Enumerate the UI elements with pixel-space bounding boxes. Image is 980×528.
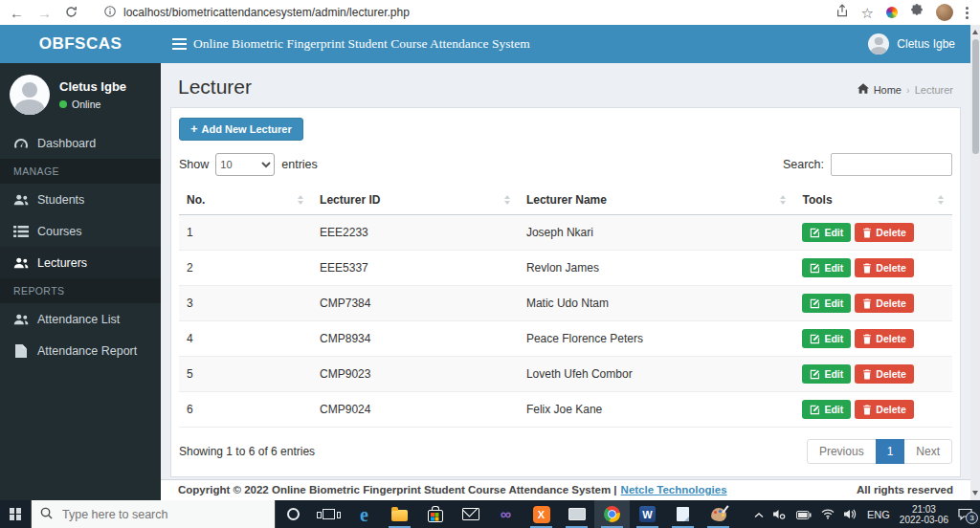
- sidebar-item-students[interactable]: Students: [0, 184, 161, 215]
- edit-button[interactable]: Edit: [802, 294, 851, 313]
- content-area: Lecturer Home › Lecturer + Add New Lectu…: [161, 63, 970, 500]
- column-header-no[interactable]: No.: [179, 186, 312, 215]
- row-number-cell: 5: [179, 357, 312, 392]
- taskbar-clock[interactable]: 21:03 2022-03-06: [900, 504, 948, 525]
- paint-icon-glyph: [711, 508, 726, 521]
- pagination-next-button[interactable]: Next: [903, 439, 952, 464]
- browser-toolbar: ← → localhost/biometricattendancesystem/…: [0, 0, 980, 25]
- volume-icon[interactable]: [844, 506, 858, 523]
- forward-icon[interactable]: →: [37, 6, 52, 20]
- users-icon: [13, 313, 29, 326]
- cortana-icon[interactable]: [276, 500, 311, 528]
- extension-colorwheel-icon[interactable]: [886, 7, 898, 18]
- user-avatar: [868, 33, 889, 55]
- sidebar-item-label: Students: [37, 193, 84, 207]
- lecturer-id-cell: CMP9023: [312, 357, 519, 392]
- delete-button[interactable]: Delete: [855, 364, 914, 384]
- lecturer-name-cell: Revlon James: [519, 251, 795, 286]
- book-icon[interactable]: [559, 500, 594, 528]
- back-icon[interactable]: ←: [10, 6, 24, 20]
- table-row: 2EEE5337Revlon JamesEditDelete: [179, 251, 952, 286]
- sidebar-item-attendance-list[interactable]: Attendance List: [0, 303, 161, 335]
- lecturer-id-cell: CMP7384: [312, 286, 519, 321]
- sidebar-item-lecturers[interactable]: Lecturers: [0, 247, 161, 278]
- netcle-link[interactable]: Netcle Technologies: [621, 484, 727, 495]
- edit-button[interactable]: Edit: [802, 223, 851, 242]
- pagination-page-1-button[interactable]: 1: [876, 439, 905, 464]
- sidebar-user-panel: Cletus Igbe Online: [0, 63, 161, 127]
- notepad-icon[interactable]: [665, 500, 701, 528]
- edge-icon[interactable]: e: [346, 500, 382, 528]
- windows-taskbar: e∞XW ENG 21:03 2022-03-06 3: [0, 500, 980, 528]
- taskbar-search-input[interactable]: [60, 507, 266, 522]
- site-info-icon[interactable]: [104, 6, 116, 20]
- browser-menu-icon[interactable]: [966, 7, 969, 19]
- reload-icon[interactable]: [65, 6, 78, 20]
- header-user-name: Cletus Igbe: [897, 37, 955, 51]
- column-header-tools[interactable]: Tools: [794, 186, 952, 215]
- row-number-cell: 4: [179, 321, 312, 357]
- sidebar-item-attendance-report[interactable]: Attendance Report: [0, 335, 161, 366]
- brand-logo[interactable]: OBFSCAS: [0, 34, 161, 54]
- sidebar-user-name: Cletus Igbe: [59, 79, 126, 94]
- edit-button[interactable]: Edit: [802, 400, 851, 419]
- row-number-cell: 2: [179, 251, 312, 286]
- language-indicator[interactable]: ENG: [867, 509, 890, 520]
- address-bar[interactable]: localhost/biometricattendancesystem/admi…: [91, 6, 822, 20]
- edit-button[interactable]: Edit: [802, 329, 851, 348]
- sidebar-item-dashboard[interactable]: Dashboard: [0, 127, 161, 159]
- xampp-icon-glyph: X: [533, 506, 550, 523]
- scrollbar-down-arrow[interactable]: [972, 491, 978, 495]
- delete-button[interactable]: Delete: [855, 258, 914, 277]
- explorer-icon-glyph: [391, 510, 408, 521]
- visualstudio-icon[interactable]: ∞: [488, 500, 523, 528]
- audio-device-icon[interactable]: [773, 506, 787, 523]
- bookmark-star-icon[interactable]: ☆: [861, 6, 874, 20]
- share-icon[interactable]: [835, 4, 849, 21]
- page-scrollbar[interactable]: [970, 25, 980, 500]
- action-center-icon[interactable]: 3: [958, 508, 972, 520]
- column-header-lecturer-name[interactable]: Lecturer Name: [519, 186, 795, 215]
- users-icon: [13, 193, 29, 207]
- table-controls: Show 10 entries Search:: [171, 141, 960, 186]
- delete-button[interactable]: Delete: [855, 294, 914, 313]
- scrollbar-up-arrow[interactable]: [972, 30, 978, 34]
- entries-select[interactable]: 10: [215, 153, 275, 176]
- taskview-icon[interactable]: [311, 500, 346, 528]
- add-new-lecturer-button[interactable]: + Add New Lecturer: [179, 118, 303, 141]
- store-icon[interactable]: [417, 500, 453, 528]
- pagination-previous-button[interactable]: Previous: [807, 439, 877, 464]
- table-search-input[interactable]: [831, 153, 952, 176]
- scrollbar-thumb[interactable]: [972, 39, 979, 154]
- sidebar-toggle-icon[interactable]: [172, 38, 187, 50]
- lecturer-id-cell: CMP9024: [312, 392, 519, 428]
- extensions-puzzle-icon[interactable]: [910, 4, 924, 21]
- delete-button[interactable]: Delete: [855, 329, 914, 348]
- battery-icon[interactable]: [796, 506, 812, 523]
- sort-icon: [780, 195, 786, 205]
- delete-button[interactable]: Delete: [855, 223, 914, 242]
- sidebar-item-courses[interactable]: Courses: [0, 215, 161, 247]
- paint-icon[interactable]: [701, 500, 736, 528]
- table-row: 6CMP9024Felix Joe KaneEditDelete: [179, 392, 952, 428]
- table-info: Showing 1 to 6 of 6 entries: [179, 445, 315, 458]
- explorer-icon[interactable]: [382, 500, 417, 528]
- wifi-icon[interactable]: [821, 506, 835, 523]
- xampp-icon[interactable]: X: [523, 500, 559, 528]
- lecturer-id-cell: EEE5337: [312, 251, 519, 286]
- mail-icon[interactable]: [453, 500, 488, 528]
- sidebar-section-reports: REPORTS: [0, 278, 161, 303]
- clock-time: 21:03: [900, 504, 948, 515]
- edit-button[interactable]: Edit: [802, 364, 851, 384]
- browser-profile-avatar[interactable]: [936, 4, 953, 21]
- edit-button[interactable]: Edit: [802, 258, 851, 277]
- breadcrumb-home[interactable]: Home: [874, 84, 902, 96]
- header-user-menu[interactable]: Cletus Igbe: [868, 33, 955, 55]
- column-header-lecturer-id[interactable]: Lecturer ID: [312, 186, 519, 215]
- delete-button[interactable]: Delete: [855, 400, 914, 419]
- word-icon[interactable]: W: [630, 500, 665, 528]
- tray-chevron-icon[interactable]: [754, 506, 764, 523]
- taskbar-search-box[interactable]: [31, 500, 276, 528]
- start-button[interactable]: [0, 500, 31, 528]
- chrome-icon[interactable]: [594, 500, 630, 528]
